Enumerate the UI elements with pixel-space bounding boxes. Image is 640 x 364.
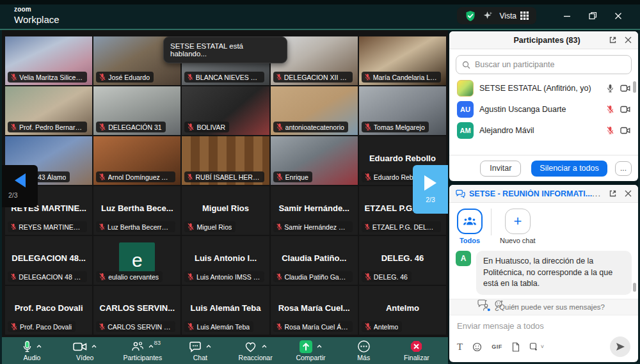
chevron-up-icon[interactable] [36, 345, 42, 348]
participant-tile[interactable]: Claudia Patiño...Claudia Patiño Gaspa... [271, 236, 358, 285]
participant-tile[interactable]: Luis Antonio I...Luis Antonio IMSS Z... [182, 236, 269, 285]
restore-button[interactable] [580, 8, 605, 24]
video-tile[interactable]: María Candelaria Lóp... [359, 36, 446, 85]
toolbar-label: Reaccionar [239, 354, 273, 361]
file-icon[interactable] [512, 342, 520, 352]
chevron-up-icon[interactable] [262, 345, 267, 348]
participant-tile[interactable]: DELEGACION 48...DELEGACION 48 EDU... [5, 236, 92, 285]
participant-tile[interactable]: Prof. Paco DovaliProf. Paco Dovali [5, 286, 92, 335]
chevron-up-icon[interactable] [148, 345, 154, 348]
audio-button[interactable]: Audio [17, 340, 47, 361]
popout-icon[interactable] [609, 36, 617, 44]
search-participant-input[interactable]: Buscar un participante [456, 55, 632, 74]
participant-tile[interactable]: Miguel RiosMiguel Rios [182, 186, 269, 235]
ai-companion-icon[interactable] [483, 11, 493, 20]
meeting-toolbar: AudioVídeo83ParticipantesChatReaccionarC… [2, 337, 448, 364]
gif-icon[interactable]: GIF [492, 344, 502, 350]
participantes-button[interactable]: 83Participantes [123, 340, 162, 361]
toolbar-label: Audio [24, 354, 41, 361]
tab-todos[interactable]: Todos [457, 209, 483, 244]
video-tile[interactable]: Tomas Melgarejo [359, 86, 446, 135]
scrollbar-thumb[interactable] [633, 81, 636, 93]
search-placeholder: Buscar un participante [475, 60, 554, 69]
video-tile[interactable]: DELEGACIÓN 31 [93, 86, 180, 135]
reaccionar-button[interactable]: Reaccionar [239, 340, 273, 361]
participant-tile[interactable]: eeulalio cervantes [93, 236, 180, 285]
participants-footer: Invitar Silenciar a todos ... [449, 155, 638, 181]
participant-row[interactable]: AMAlejandro Mávil [449, 120, 638, 141]
avatar: AM [457, 122, 474, 139]
toolbar-label: Finalizar [404, 354, 429, 361]
emoji-icon[interactable] [472, 342, 482, 352]
invite-button[interactable]: Invitar [480, 161, 521, 177]
message-more-icon[interactable]: ... [511, 299, 520, 308]
participant-name-label: Arnol Domínguez Ag... [96, 171, 175, 182]
participant-name-label: María Candelaria Lóp... [362, 72, 441, 83]
reply-icon[interactable] [477, 299, 487, 308]
camera-icon[interactable] [620, 106, 630, 113]
text-format-icon[interactable]: T [457, 342, 463, 352]
zoom-workplace-logo: zoom Workplace [14, 6, 60, 24]
participant-tile[interactable]: Luz Bertha Bece...Luz Bertha Becerra Cr.… [93, 186, 180, 235]
muted-mic-icon [187, 173, 193, 181]
participant-name-label: Prof. Paco Dovali [8, 321, 76, 332]
participant-name-label: antonioatecatenorio [273, 122, 348, 132]
tile-display-name: DELEGACION 48... [7, 253, 90, 263]
send-button[interactable] [610, 336, 630, 357]
chat-input[interactable]: Enviar mensaje a todos [449, 315, 638, 331]
muted-mic-icon [364, 322, 372, 331]
muted-mic-icon [276, 322, 283, 331]
participant-tile[interactable]: CARLOS SERVIN...CARLOS SERVIN UPV [93, 286, 180, 335]
participant-name-label: ETZAEL P.G. DELEGAC... [362, 221, 441, 232]
minimize-button[interactable] [554, 8, 580, 24]
video-tile[interactable]: Velia Maritza Siliceo ... [5, 36, 92, 85]
video-tile[interactable]: antonioatecatenorio [271, 86, 358, 135]
camera-icon[interactable] [620, 84, 630, 92]
v-deo-button[interactable]: Vídeo [70, 340, 100, 361]
camera-icon[interactable] [620, 127, 630, 134]
chat-format-toolbar: T GIF ˅ [449, 331, 638, 362]
next-page-button[interactable]: 2/3 [413, 165, 448, 214]
muted-mic-icon [364, 173, 372, 181]
video-tile[interactable]: Arnol Domínguez Ag... [93, 136, 180, 185]
close-panel-icon[interactable] [625, 190, 632, 197]
participant-tile[interactable]: AntelmoAntelmo [359, 286, 446, 335]
add-reaction-icon[interactable] [495, 299, 504, 308]
mute-all-button[interactable]: Silenciar a todos [531, 161, 607, 177]
participant-tile[interactable]: Rosa María Cuel...Rosa María Cuel Álva..… [271, 286, 358, 335]
security-shield-icon[interactable] [465, 10, 476, 22]
chevron-up-icon[interactable] [206, 345, 211, 348]
previous-page-button[interactable]: 2/3 [2, 165, 38, 207]
participant-tile[interactable]: Samir Hernánde...Samir Hernández Sán... [271, 186, 358, 235]
participants-more-button[interactable]: ... [615, 161, 632, 176]
m-s-button[interactable]: Más [349, 340, 378, 361]
compartir-button[interactable]: Compartir [296, 340, 325, 361]
screenshot-icon[interactable]: ˅ [529, 342, 544, 351]
video-tile[interactable]: Prof. Pedro Bernard F... [5, 86, 92, 135]
tile-display-name: Claudia Patiño... [273, 253, 356, 263]
participant-tile[interactable]: Luis Alemán TebaLuis Alemán Teba [182, 286, 269, 335]
tab-nuevo-chat[interactable]: + Nuevo chat [500, 209, 536, 244]
chat-button[interactable]: Chat [186, 340, 215, 361]
scrollbar-thumb[interactable] [633, 283, 636, 292]
chevron-up-icon[interactable] [317, 345, 322, 348]
video-tile[interactable]: BOLIVAR [182, 86, 269, 135]
participant-name-label: Antelmo [362, 321, 403, 332]
chat-more-icon[interactable]: ... [592, 189, 601, 198]
finalizar-button[interactable]: Finalizar [402, 340, 431, 361]
video-tile[interactable]: RUBÍ ISABEL HERNÁN... [182, 136, 269, 185]
muted-mic-icon [99, 273, 106, 281]
video-tile[interactable]: Enrique [271, 136, 358, 185]
video-stage: Velia Maritza Siliceo ...José EduardoBLA… [2, 30, 448, 364]
close-panel-icon[interactable] [625, 36, 632, 44]
chevron-up-icon[interactable] [92, 345, 97, 348]
close-window-button[interactable] [605, 8, 631, 24]
mic-icon[interactable] [606, 84, 614, 93]
participant-name-label: DELEG. 46 [362, 271, 412, 282]
view-button[interactable]: Vista [500, 12, 529, 20]
topbar-pill: Vista [457, 7, 536, 24]
participant-row[interactable]: SETSE ESTATAL (Anfitrión, yo) [449, 77, 638, 99]
popout-icon[interactable] [609, 189, 617, 198]
participant-row[interactable]: AUAgustin Uscanga Duarte [449, 99, 638, 120]
participant-tile[interactable]: DELEG. 46DELEG. 46 [359, 236, 446, 285]
